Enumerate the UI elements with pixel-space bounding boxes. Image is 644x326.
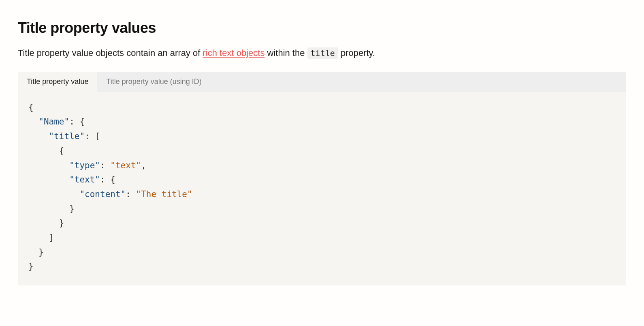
code-token: "text" (69, 175, 100, 184)
code-token: "The title" (136, 189, 192, 199)
code-token: ] (49, 233, 54, 242)
code-token: "title" (49, 131, 85, 141)
code-token: { (28, 103, 34, 112)
code-token: { (59, 146, 64, 156)
intro-text-before: Title property value objects contain an … (18, 48, 203, 58)
code-token: } (38, 247, 44, 257)
tab-filler (211, 72, 626, 92)
code-token: "Name" (38, 117, 69, 127)
code-token: , (141, 161, 146, 170)
intro-text-mid: within the (264, 48, 307, 58)
code-indent (28, 175, 69, 184)
intro-paragraph: Title property value objects contain an … (18, 47, 626, 60)
code-token: : { (100, 175, 115, 184)
code-block: { "Name": { "title": [ { "type": "text",… (18, 92, 626, 285)
code-token: : (126, 189, 136, 199)
code-indent (28, 233, 49, 242)
code-token: : (100, 161, 110, 170)
tab-title-property-value-id[interactable]: Title property value (using ID) (97, 72, 210, 92)
code-indent (28, 218, 59, 228)
code-token: "type" (69, 161, 100, 170)
section-heading: Title property values (18, 19, 626, 36)
code-token: : [ (85, 131, 100, 141)
code-token: } (28, 262, 34, 271)
code-token: : { (69, 117, 85, 127)
code-tabs: Title property value Title property valu… (18, 72, 626, 92)
code-indent (28, 204, 69, 214)
rich-text-objects-link[interactable]: rich text objects (203, 48, 265, 58)
code-token: } (59, 218, 64, 228)
code-indent (28, 146, 59, 156)
code-indent (28, 189, 79, 199)
code-token: "text" (110, 161, 141, 170)
code-token: } (69, 204, 75, 214)
code-indent (28, 247, 38, 257)
code-indent (28, 131, 49, 141)
code-indent (28, 161, 69, 170)
code-indent (28, 117, 38, 127)
tab-title-property-value[interactable]: Title property value (18, 72, 97, 92)
intro-text-after: property. (338, 48, 375, 58)
inline-code-title: title (307, 47, 338, 59)
code-token: "content" (79, 189, 126, 199)
code-example-card: Title property value Title property valu… (18, 72, 626, 285)
